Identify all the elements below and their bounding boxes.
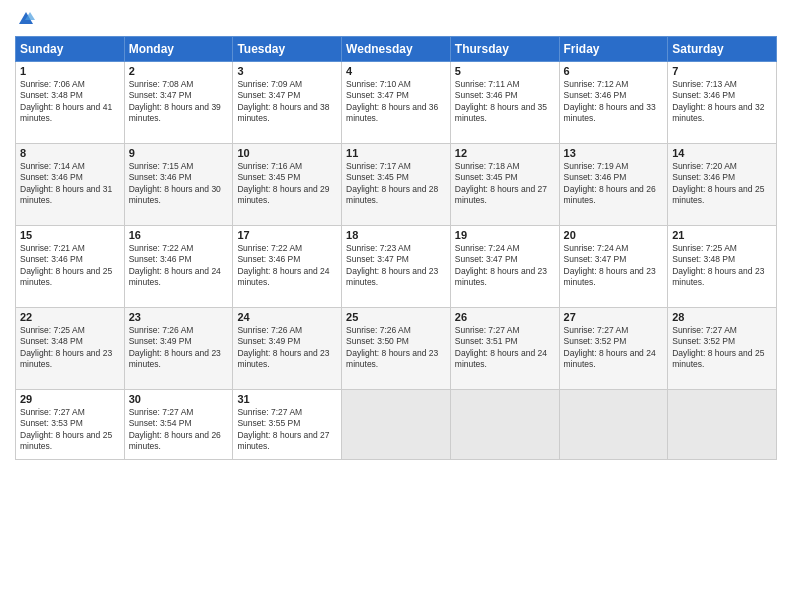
- day-number: 13: [564, 147, 664, 159]
- day-number: 22: [20, 311, 120, 323]
- day-number: 6: [564, 65, 664, 77]
- calendar-cell: [559, 390, 668, 460]
- cell-content: Sunrise: 7:22 AMSunset: 3:46 PMDaylight:…: [129, 243, 221, 287]
- calendar-cell: 11Sunrise: 7:17 AMSunset: 3:45 PMDayligh…: [342, 144, 451, 226]
- calendar-cell: 15Sunrise: 7:21 AMSunset: 3:46 PMDayligh…: [16, 226, 125, 308]
- cell-content: Sunrise: 7:21 AMSunset: 3:46 PMDaylight:…: [20, 243, 112, 287]
- cell-content: Sunrise: 7:27 AMSunset: 3:52 PMDaylight:…: [672, 325, 764, 369]
- day-number: 14: [672, 147, 772, 159]
- day-number: 23: [129, 311, 229, 323]
- cell-content: Sunrise: 7:24 AMSunset: 3:47 PMDaylight:…: [455, 243, 547, 287]
- calendar-cell: [342, 390, 451, 460]
- cell-content: Sunrise: 7:25 AMSunset: 3:48 PMDaylight:…: [20, 325, 112, 369]
- day-number: 1: [20, 65, 120, 77]
- day-number: 29: [20, 393, 120, 405]
- calendar-cell: 6Sunrise: 7:12 AMSunset: 3:46 PMDaylight…: [559, 62, 668, 144]
- day-number: 28: [672, 311, 772, 323]
- day-number: 3: [237, 65, 337, 77]
- calendar-table: Sunday Monday Tuesday Wednesday Thursday…: [15, 36, 777, 460]
- day-number: 24: [237, 311, 337, 323]
- calendar-cell: 27Sunrise: 7:27 AMSunset: 3:52 PMDayligh…: [559, 308, 668, 390]
- cell-content: Sunrise: 7:20 AMSunset: 3:46 PMDaylight:…: [672, 161, 764, 205]
- day-number: 7: [672, 65, 772, 77]
- col-tuesday: Tuesday: [233, 37, 342, 62]
- cell-content: Sunrise: 7:10 AMSunset: 3:47 PMDaylight:…: [346, 79, 438, 123]
- calendar-cell: 2Sunrise: 7:08 AMSunset: 3:47 PMDaylight…: [124, 62, 233, 144]
- calendar-cell: 13Sunrise: 7:19 AMSunset: 3:46 PMDayligh…: [559, 144, 668, 226]
- day-number: 25: [346, 311, 446, 323]
- calendar-cell: 30Sunrise: 7:27 AMSunset: 3:54 PMDayligh…: [124, 390, 233, 460]
- cell-content: Sunrise: 7:26 AMSunset: 3:50 PMDaylight:…: [346, 325, 438, 369]
- col-wednesday: Wednesday: [342, 37, 451, 62]
- calendar-cell: 8Sunrise: 7:14 AMSunset: 3:46 PMDaylight…: [16, 144, 125, 226]
- logo-text: [15, 10, 35, 28]
- calendar-cell: 4Sunrise: 7:10 AMSunset: 3:47 PMDaylight…: [342, 62, 451, 144]
- cell-content: Sunrise: 7:09 AMSunset: 3:47 PMDaylight:…: [237, 79, 329, 123]
- calendar-cell: 23Sunrise: 7:26 AMSunset: 3:49 PMDayligh…: [124, 308, 233, 390]
- day-number: 30: [129, 393, 229, 405]
- day-number: 11: [346, 147, 446, 159]
- calendar-cell: 21Sunrise: 7:25 AMSunset: 3:48 PMDayligh…: [668, 226, 777, 308]
- day-number: 2: [129, 65, 229, 77]
- calendar-cell: 9Sunrise: 7:15 AMSunset: 3:46 PMDaylight…: [124, 144, 233, 226]
- calendar-cell: 12Sunrise: 7:18 AMSunset: 3:45 PMDayligh…: [450, 144, 559, 226]
- day-number: 5: [455, 65, 555, 77]
- cell-content: Sunrise: 7:06 AMSunset: 3:48 PMDaylight:…: [20, 79, 112, 123]
- day-number: 27: [564, 311, 664, 323]
- calendar-header-row: Sunday Monday Tuesday Wednesday Thursday…: [16, 37, 777, 62]
- day-number: 15: [20, 229, 120, 241]
- day-number: 4: [346, 65, 446, 77]
- calendar-cell: 10Sunrise: 7:16 AMSunset: 3:45 PMDayligh…: [233, 144, 342, 226]
- cell-content: Sunrise: 7:13 AMSunset: 3:46 PMDaylight:…: [672, 79, 764, 123]
- day-number: 10: [237, 147, 337, 159]
- calendar-cell: 17Sunrise: 7:22 AMSunset: 3:46 PMDayligh…: [233, 226, 342, 308]
- day-number: 21: [672, 229, 772, 241]
- cell-content: Sunrise: 7:19 AMSunset: 3:46 PMDaylight:…: [564, 161, 656, 205]
- cell-content: Sunrise: 7:27 AMSunset: 3:53 PMDaylight:…: [20, 407, 112, 451]
- cell-content: Sunrise: 7:26 AMSunset: 3:49 PMDaylight:…: [237, 325, 329, 369]
- calendar-cell: 24Sunrise: 7:26 AMSunset: 3:49 PMDayligh…: [233, 308, 342, 390]
- calendar-cell: 19Sunrise: 7:24 AMSunset: 3:47 PMDayligh…: [450, 226, 559, 308]
- cell-content: Sunrise: 7:27 AMSunset: 3:55 PMDaylight:…: [237, 407, 329, 451]
- col-saturday: Saturday: [668, 37, 777, 62]
- cell-content: Sunrise: 7:15 AMSunset: 3:46 PMDaylight:…: [129, 161, 221, 205]
- calendar-cell: 1Sunrise: 7:06 AMSunset: 3:48 PMDaylight…: [16, 62, 125, 144]
- day-number: 9: [129, 147, 229, 159]
- day-number: 20: [564, 229, 664, 241]
- cell-content: Sunrise: 7:22 AMSunset: 3:46 PMDaylight:…: [237, 243, 329, 287]
- cell-content: Sunrise: 7:08 AMSunset: 3:47 PMDaylight:…: [129, 79, 221, 123]
- calendar-cell: [450, 390, 559, 460]
- cell-content: Sunrise: 7:24 AMSunset: 3:47 PMDaylight:…: [564, 243, 656, 287]
- cell-content: Sunrise: 7:11 AMSunset: 3:46 PMDaylight:…: [455, 79, 547, 123]
- day-number: 31: [237, 393, 337, 405]
- day-number: 17: [237, 229, 337, 241]
- cell-content: Sunrise: 7:14 AMSunset: 3:46 PMDaylight:…: [20, 161, 112, 205]
- col-thursday: Thursday: [450, 37, 559, 62]
- day-number: 18: [346, 229, 446, 241]
- day-number: 26: [455, 311, 555, 323]
- day-number: 8: [20, 147, 120, 159]
- col-monday: Monday: [124, 37, 233, 62]
- page: Sunday Monday Tuesday Wednesday Thursday…: [0, 0, 792, 612]
- day-number: 19: [455, 229, 555, 241]
- col-friday: Friday: [559, 37, 668, 62]
- cell-content: Sunrise: 7:27 AMSunset: 3:54 PMDaylight:…: [129, 407, 221, 451]
- cell-content: Sunrise: 7:26 AMSunset: 3:49 PMDaylight:…: [129, 325, 221, 369]
- calendar-cell: 20Sunrise: 7:24 AMSunset: 3:47 PMDayligh…: [559, 226, 668, 308]
- cell-content: Sunrise: 7:16 AMSunset: 3:45 PMDaylight:…: [237, 161, 329, 205]
- calendar-cell: [668, 390, 777, 460]
- col-sunday: Sunday: [16, 37, 125, 62]
- cell-content: Sunrise: 7:23 AMSunset: 3:47 PMDaylight:…: [346, 243, 438, 287]
- calendar-cell: 31Sunrise: 7:27 AMSunset: 3:55 PMDayligh…: [233, 390, 342, 460]
- cell-content: Sunrise: 7:12 AMSunset: 3:46 PMDaylight:…: [564, 79, 656, 123]
- calendar-cell: 25Sunrise: 7:26 AMSunset: 3:50 PMDayligh…: [342, 308, 451, 390]
- calendar-cell: 28Sunrise: 7:27 AMSunset: 3:52 PMDayligh…: [668, 308, 777, 390]
- logo-icon: [17, 10, 35, 28]
- cell-content: Sunrise: 7:18 AMSunset: 3:45 PMDaylight:…: [455, 161, 547, 205]
- cell-content: Sunrise: 7:17 AMSunset: 3:45 PMDaylight:…: [346, 161, 438, 205]
- calendar-cell: 22Sunrise: 7:25 AMSunset: 3:48 PMDayligh…: [16, 308, 125, 390]
- calendar-cell: 18Sunrise: 7:23 AMSunset: 3:47 PMDayligh…: [342, 226, 451, 308]
- calendar-cell: 5Sunrise: 7:11 AMSunset: 3:46 PMDaylight…: [450, 62, 559, 144]
- calendar-cell: 26Sunrise: 7:27 AMSunset: 3:51 PMDayligh…: [450, 308, 559, 390]
- cell-content: Sunrise: 7:25 AMSunset: 3:48 PMDaylight:…: [672, 243, 764, 287]
